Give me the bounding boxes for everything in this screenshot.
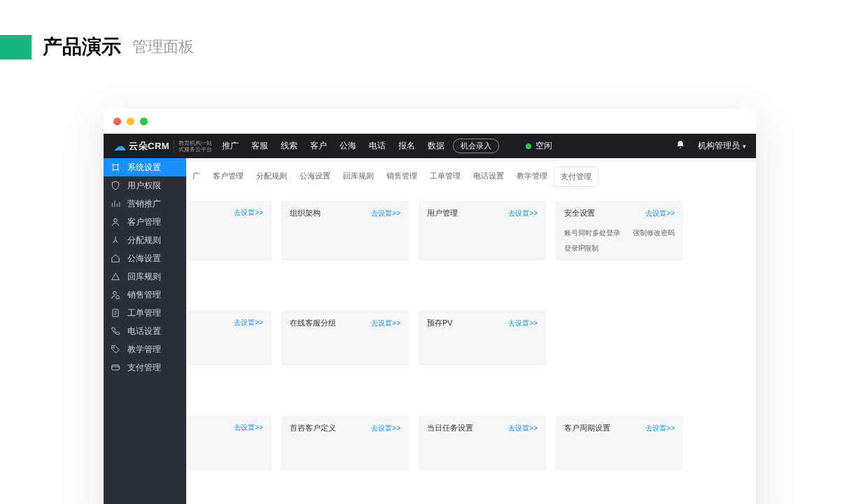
nav-right: 机构管理员 ▾ [676, 140, 746, 152]
cloud-icon: ☁ [113, 139, 126, 154]
go-settings-link[interactable]: 去设置>> [371, 318, 400, 328]
user-dropdown[interactable]: 机构管理员 ▾ [698, 140, 746, 152]
sidebar-item-triangle[interactable]: 回库规则 [104, 267, 186, 286]
app-window: ☁ 云朵CRM 教育机构一站 式服务云平台 推广客服线索客户公海电话报名数据 机… [104, 108, 756, 504]
nav-item[interactable]: 公海 [340, 140, 356, 152]
svg-point-2 [112, 169, 113, 170]
settings-icon [111, 162, 120, 172]
sidebar-item-tag[interactable]: 教学管理 [104, 340, 186, 358]
phone-icon [111, 326, 120, 336]
settings-card: 组织架构去设置>> [281, 201, 409, 260]
sidebar-item-search-person[interactable]: 销售管理 [104, 286, 186, 304]
svg-point-0 [112, 164, 113, 165]
sidebar-item-label: 支付管理 [127, 362, 161, 374]
go-settings-link[interactable]: 去设置>> [508, 318, 538, 328]
card-body-item: 账号同时多处登录 [564, 228, 620, 238]
nav-item[interactable]: 电话 [369, 140, 386, 152]
card-body: 账号同时多处登录强制修改密码登录IP限制 [564, 228, 675, 253]
settings-card: 用户管理去设置>> [419, 201, 546, 260]
status-dot-icon [526, 144, 531, 149]
go-settings-link[interactable]: 去设置>> [371, 424, 400, 433]
status-text: 空闲 [536, 140, 552, 152]
sidebar: 系统设置用户权限营销推广客户管理分配规则公海设置回库规则销售管理工单管理电话设置… [104, 158, 186, 504]
cards-grid: 去设置>>组织架构去设置>>用户管理去设置>>安全设置去设置>>账号同时多处登录… [186, 187, 756, 470]
chart-icon [111, 199, 120, 209]
svg-point-7 [113, 347, 115, 349]
sidebar-item-label: 工单管理 [127, 307, 161, 319]
bell-icon[interactable] [676, 140, 685, 152]
card-body-item: 强制修改密码 [633, 228, 675, 238]
minimize-icon[interactable] [127, 118, 134, 125]
nav-items: 推广客服线索客户公海电话报名数据 [222, 140, 444, 152]
close-icon[interactable] [113, 118, 121, 125]
tab-item[interactable]: 教学管理 [510, 167, 554, 187]
go-settings-link[interactable]: 去设置>> [645, 209, 675, 218]
tab-item[interactable]: 回库规则 [337, 167, 380, 187]
card-title: 客户周期设置 [564, 423, 610, 433]
record-button[interactable]: 机会录入 [453, 139, 499, 153]
go-settings-link[interactable]: 去设置>> [234, 318, 263, 328]
svg-point-5 [113, 291, 117, 295]
nav-item[interactable]: 线索 [281, 140, 298, 152]
go-settings-link[interactable]: 去设置>> [234, 208, 263, 218]
sidebar-item-card[interactable]: 支付管理 [104, 358, 186, 377]
card-row: 去设置>>组织架构去设置>>用户管理去设置>>安全设置去设置>>账号同时多处登录… [186, 201, 756, 260]
status-indicator: 空闲 [526, 140, 552, 152]
split-icon [111, 235, 120, 245]
logo: ☁ 云朵CRM 教育机构一站 式服务云平台 [113, 139, 212, 154]
tab-item[interactable]: 电话设置 [467, 167, 510, 187]
nav-item[interactable]: 推广 [222, 140, 239, 152]
tag-icon [111, 344, 120, 354]
nav-item[interactable]: 报名 [398, 140, 415, 152]
go-settings-link[interactable]: 去设置>> [508, 209, 538, 218]
sidebar-item-settings[interactable]: 系统设置 [104, 158, 186, 176]
go-settings-link[interactable]: 去设置>> [508, 424, 538, 433]
triangle-icon [111, 272, 120, 281]
maximize-icon[interactable] [140, 118, 148, 125]
chevron-down-icon: ▾ [743, 143, 746, 150]
card-row: 去设置>>首咨客户定义去设置>>当日任务设置去设置>>客户周期设置去设置>> [186, 416, 756, 470]
nav-item[interactable]: 数据 [428, 140, 444, 152]
tab-item[interactable]: 客户管理 [206, 167, 250, 187]
go-settings-link[interactable]: 去设置>> [645, 424, 675, 433]
sidebar-item-split[interactable]: 分配规则 [104, 231, 186, 249]
sidebar-item-phone[interactable]: 电话设置 [104, 322, 186, 340]
sidebar-item-chart[interactable]: 营销推广 [104, 195, 186, 213]
tab-item[interactable]: 工单管理 [424, 167, 467, 187]
nav-item[interactable]: 客服 [251, 140, 268, 152]
card-body-item: 登录IP限制 [564, 244, 598, 253]
sidebar-item-label: 教学管理 [127, 344, 161, 356]
tab-item[interactable]: 支付管理 [554, 167, 598, 187]
card-title: 组织架构 [290, 208, 321, 218]
tab-item[interactable]: 公海设置 [293, 167, 337, 187]
tab-item[interactable]: 销售管理 [380, 167, 424, 187]
logo-text: 云朵CRM [129, 140, 169, 153]
go-settings-link[interactable]: 去设置>> [371, 209, 400, 218]
settings-card: 预存PV去设置>> [419, 311, 546, 365]
sidebar-item-label: 用户权限 [127, 180, 161, 192]
settings-card: 去设置>> [186, 201, 272, 260]
settings-card: 首咨客户定义去设置>> [281, 416, 409, 470]
svg-rect-8 [112, 365, 120, 370]
settings-card: 在线客服分组去设置>> [281, 311, 409, 365]
svg-point-1 [117, 164, 118, 165]
sidebar-item-doc[interactable]: 工单管理 [104, 304, 186, 322]
card-icon [111, 363, 120, 372]
mac-titlebar [104, 108, 756, 134]
nav-item[interactable]: 客户 [310, 140, 327, 152]
doc-icon [111, 308, 120, 318]
sidebar-item-shield[interactable]: 用户权限 [104, 176, 186, 195]
tab-item[interactable]: 分配规则 [250, 167, 293, 187]
tab-item[interactable]: 广 [186, 167, 206, 187]
go-settings-link[interactable]: 去设置>> [234, 423, 263, 433]
accent-block [0, 35, 31, 59]
sidebar-item-person[interactable]: 客户管理 [104, 213, 186, 231]
svg-point-4 [114, 218, 118, 222]
top-nav: ☁ 云朵CRM 教育机构一站 式服务云平台 推广客服线索客户公海电话报名数据 机… [104, 134, 756, 158]
sidebar-item-label: 公海设置 [127, 253, 161, 265]
settings-card: 去设置>> [186, 311, 272, 365]
user-label: 机构管理员 [698, 140, 740, 152]
sidebar-item-home[interactable]: 公海设置 [104, 249, 186, 267]
home-icon [111, 253, 120, 263]
page-header: 产品演示 管理面板 [0, 0, 847, 74]
